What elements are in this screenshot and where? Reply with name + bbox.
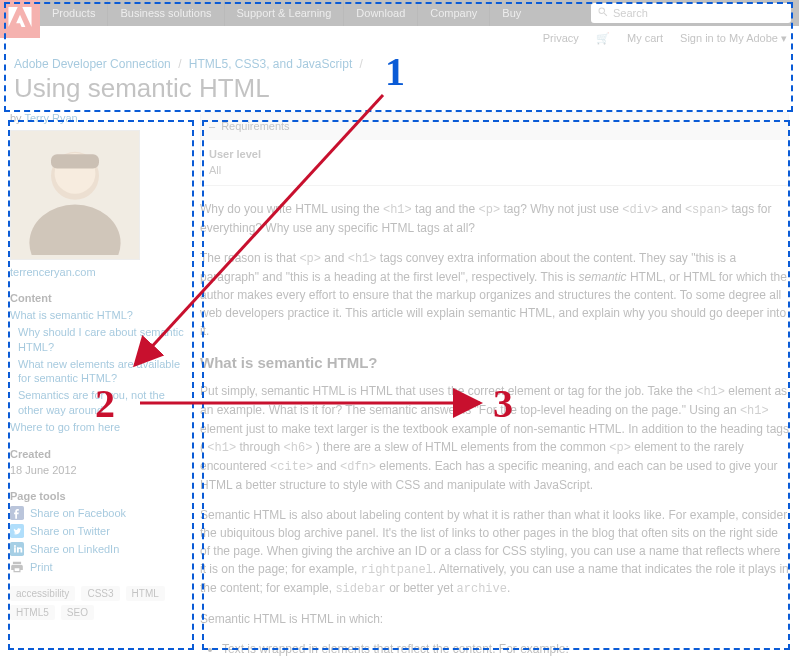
primary-nav: Products Business solutions Support & Le…	[40, 0, 533, 26]
toc-item[interactable]: Where to go from here	[10, 420, 190, 434]
twitter-icon	[10, 524, 24, 538]
tag[interactable]: HTML	[126, 586, 165, 601]
page-title: Using semantic HTML	[0, 71, 799, 112]
svg-point-1	[29, 205, 120, 255]
requirements-box: – Requirements User level All	[200, 112, 789, 186]
tag[interactable]: CSS3	[81, 586, 119, 601]
author-link[interactable]: Terry Ryan	[24, 112, 77, 124]
share-linkedin[interactable]: Share on LinkedIn	[10, 542, 190, 556]
share-facebook[interactable]: Share on Facebook	[10, 506, 190, 520]
created-date: 18 June 2012	[10, 464, 190, 476]
linkedin-icon	[10, 542, 24, 556]
breadcrumb-root[interactable]: Adobe Developer Connection	[14, 57, 171, 71]
nav-download[interactable]: Download	[343, 0, 417, 26]
collapse-icon: –	[209, 118, 215, 135]
tag[interactable]: accessibility	[10, 586, 75, 601]
breadcrumb: Adobe Developer Connection / HTML5, CSS3…	[0, 51, 799, 71]
privacy-link[interactable]: Privacy	[543, 32, 579, 44]
adobe-logo[interactable]	[0, 0, 40, 38]
breadcrumb-section[interactable]: HTML5, CSS3, and JavaScript	[189, 57, 352, 71]
byline: by Terry Ryan	[10, 112, 190, 124]
user-bar: Privacy 🛒 My cart Sign in to My Adobe ▾	[0, 26, 799, 51]
toc-item[interactable]: What is semantic HTML?	[10, 308, 190, 322]
userlevel-label: User level	[209, 146, 780, 163]
requirements-header[interactable]: – Requirements	[201, 113, 788, 140]
print-icon	[10, 560, 24, 574]
nav-products[interactable]: Products	[40, 0, 107, 26]
userlevel-value: All	[209, 164, 221, 176]
nav-business[interactable]: Business solutions	[107, 0, 223, 26]
content-heading: Content	[10, 292, 190, 304]
tag[interactable]: SEO	[61, 605, 94, 620]
search-box[interactable]	[591, 3, 791, 23]
facebook-icon	[10, 506, 24, 520]
author-site-link[interactable]: terrenceryan.com	[10, 266, 190, 278]
author-avatar	[10, 130, 140, 260]
search-input[interactable]	[613, 7, 773, 19]
sidebar: by Terry Ryan terrenceryan.com Content W…	[10, 112, 190, 657]
tag-list: accessibility CSS3 HTML HTML5 SEO	[10, 584, 190, 622]
created-heading: Created	[10, 448, 190, 460]
toc-item[interactable]: Semantics are for you, not the other way…	[10, 388, 190, 417]
section-heading: What is semantic HTML?	[200, 352, 789, 375]
article-body: – Requirements User level All Why do you…	[200, 112, 789, 657]
cart-link[interactable]: 🛒 My cart	[596, 32, 663, 44]
search-icon	[597, 6, 609, 21]
signin-link[interactable]: Sign in to My Adobe ▾	[680, 32, 787, 44]
svg-rect-3	[51, 154, 99, 168]
global-nav-bar: Products Business solutions Support & Le…	[0, 0, 799, 26]
tag[interactable]: HTML5	[10, 605, 55, 620]
nav-support[interactable]: Support & Learning	[224, 0, 344, 26]
tools-heading: Page tools	[10, 490, 190, 502]
toc-item[interactable]: Why should I care about semantic HTML?	[10, 325, 190, 354]
toc-item[interactable]: What new elements are available for sema…	[10, 357, 190, 386]
nav-company[interactable]: Company	[417, 0, 489, 26]
share-twitter[interactable]: Share on Twitter	[10, 524, 190, 538]
print-page[interactable]: Print	[10, 560, 190, 574]
nav-buy[interactable]: Buy	[489, 0, 533, 26]
